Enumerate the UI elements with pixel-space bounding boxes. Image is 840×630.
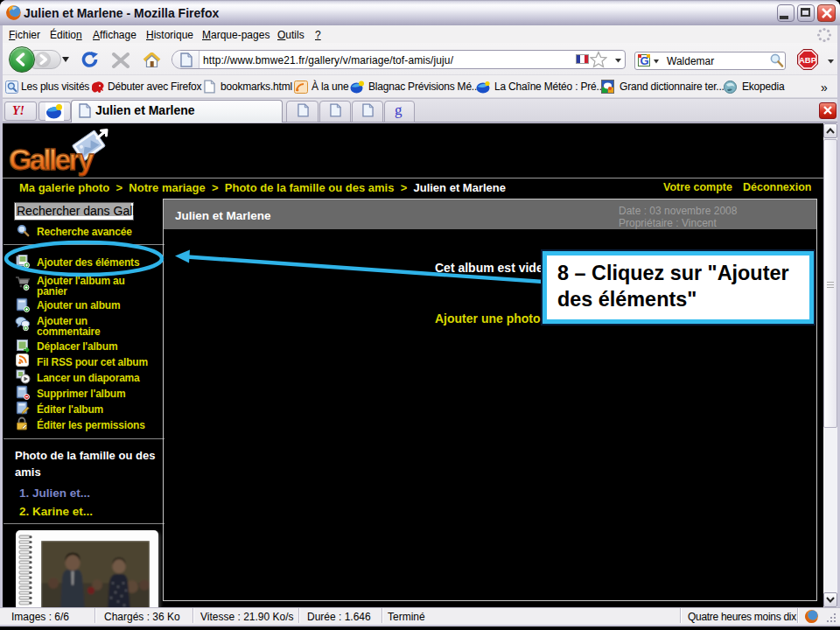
svg-text:ABP: ABP: [799, 55, 817, 65]
